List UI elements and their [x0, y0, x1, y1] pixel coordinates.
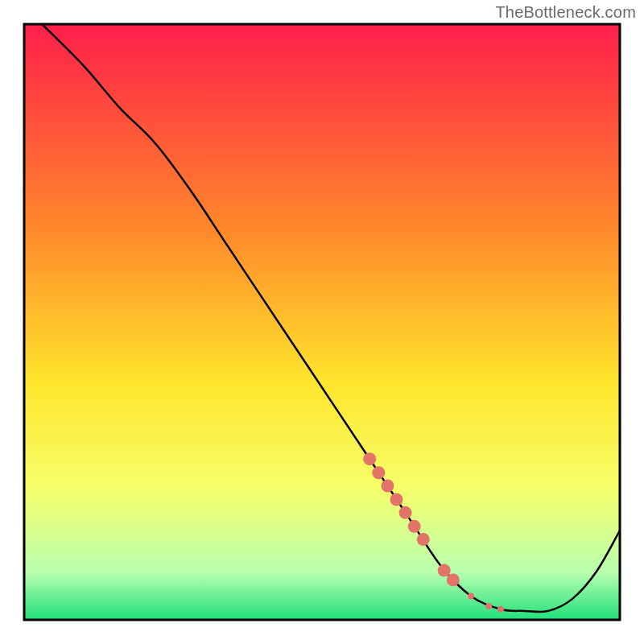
highlight-dot — [408, 520, 421, 533]
highlight-dot — [438, 564, 451, 577]
highlight-dot — [485, 603, 492, 609]
plot-gradient-bg — [24, 24, 620, 620]
highlight-dot — [417, 533, 430, 546]
highlight-dot — [372, 466, 385, 479]
highlight-dot — [390, 493, 403, 506]
highlight-dot — [497, 606, 504, 613]
bottleneck-chart — [0, 0, 644, 644]
chart-container: TheBottleneck.com — [0, 0, 644, 644]
highlight-dot — [468, 592, 474, 599]
watermark-text: TheBottleneck.com — [495, 3, 636, 22]
highlight-dot — [381, 480, 394, 493]
highlight-dot — [399, 506, 412, 519]
highlight-dot — [447, 573, 460, 586]
highlight-dot — [363, 452, 376, 465]
